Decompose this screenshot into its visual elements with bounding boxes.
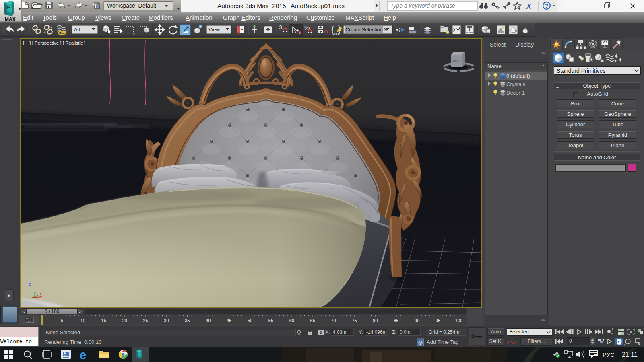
- svg-text:FRONT: FRONT: [453, 60, 461, 62]
- svg-text:z: z: [29, 282, 31, 286]
- svg-text:РУС: РУС: [603, 351, 615, 358]
- svg-text:75: 75: [352, 318, 357, 323]
- svg-text:0 (default): 0 (default): [506, 73, 530, 79]
- svg-text:[ + ] [ Perspective ] [ Realis: [ + ] [ Perspective ] [ Realistic ]: [23, 41, 85, 45]
- svg-text:100: 100: [455, 318, 462, 323]
- svg-text:x: x: [40, 292, 42, 296]
- svg-text:y: y: [34, 291, 36, 296]
- svg-text:✳: ✳: [50, 26, 53, 29]
- svg-text:3: 3: [279, 24, 282, 31]
- svg-text:Create Selection S: Create Selection S: [345, 27, 387, 33]
- svg-text:90: 90: [415, 318, 419, 323]
- svg-text:10: 10: [80, 318, 85, 323]
- svg-text:65: 65: [310, 318, 315, 323]
- svg-text:85: 85: [394, 318, 398, 323]
- svg-text:50: 50: [248, 318, 252, 323]
- svg-text:✳: ✳: [43, 31, 46, 34]
- svg-text:X: X: [526, 2, 532, 10]
- svg-text:15: 15: [101, 318, 106, 323]
- svg-text:25: 25: [143, 318, 148, 323]
- svg-text:35: 35: [185, 318, 190, 323]
- svg-text:55: 55: [268, 318, 273, 323]
- svg-text:ABC: ABC: [333, 33, 340, 36]
- svg-text:e: e: [79, 348, 86, 362]
- svg-text:21:11: 21:11: [622, 351, 638, 358]
- svg-text:60: 60: [289, 318, 294, 323]
- svg-text:MAX: MAX: [5, 16, 16, 22]
- svg-text:All: All: [74, 27, 80, 33]
- svg-text:Workspace: Default: Workspace: Default: [107, 2, 156, 9]
- svg-text:40: 40: [206, 318, 211, 323]
- svg-text:30: 30: [164, 318, 169, 323]
- svg-text:20: 20: [122, 318, 127, 323]
- svg-text:?: ?: [545, 3, 548, 9]
- svg-text:5: 5: [61, 318, 63, 323]
- svg-text:Decor-1: Decor-1: [506, 90, 525, 96]
- svg-text:70: 70: [331, 318, 336, 323]
- svg-text:95: 95: [436, 318, 440, 323]
- svg-text:Crystals: Crystals: [506, 81, 525, 87]
- svg-text:Type a keyword or phrase: Type a keyword or phrase: [390, 2, 455, 9]
- svg-text:View: View: [208, 27, 220, 33]
- svg-text:45: 45: [227, 318, 231, 323]
- svg-text:80: 80: [373, 318, 378, 323]
